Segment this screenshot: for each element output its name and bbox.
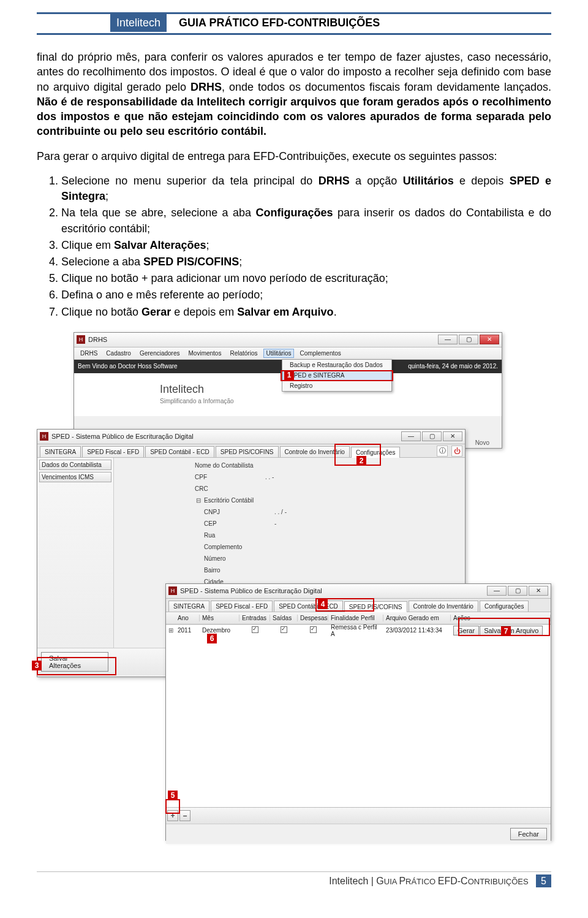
field-cep-label: CEP bbox=[204, 520, 274, 527]
menu-drhs[interactable]: DRHS bbox=[78, 349, 100, 358]
step-5: Clique no botão + para adicionar um novo… bbox=[61, 271, 551, 286]
maximize-button[interactable]: ▢ bbox=[459, 335, 478, 344]
steps-list: Selecione no menu superior da tela princ… bbox=[61, 173, 551, 320]
novo-label: Novo bbox=[475, 439, 489, 446]
remove-period-button[interactable]: – bbox=[179, 810, 190, 821]
tab-sped-pis-cofins[interactable]: SPED PIS/COFINS bbox=[344, 601, 407, 612]
field-bairro-label: Bairro bbox=[204, 567, 274, 574]
p1-text-b: , onde todos os documentos fiscais foram… bbox=[222, 81, 551, 93]
col-ano: Ano bbox=[175, 615, 200, 621]
field-escritorio-header: Escritório Contábil bbox=[204, 497, 274, 504]
screenshots-composite: H DRHS — ▢ ✕ DRHS Cadastro Gerenciadores… bbox=[37, 332, 551, 847]
help-icon[interactable]: ⓘ bbox=[437, 446, 448, 457]
sped-pc-footer-toolbar: + – bbox=[166, 807, 551, 824]
close-button[interactable]: ✕ bbox=[529, 586, 548, 596]
sped-piscofins-window: H SPED - Sistema Público de Escrituração… bbox=[165, 583, 551, 841]
cell-despesas-checkbox[interactable] bbox=[310, 626, 317, 633]
tab-sped-contabil[interactable]: SPED Contábil - ECD bbox=[274, 601, 343, 612]
salvar-alteracoes-button[interactable]: Salvar Alterações bbox=[41, 652, 108, 672]
tab-sped-contabil[interactable]: SPED Contábil - ECD bbox=[145, 446, 214, 457]
menu-complementos[interactable]: Complementos bbox=[298, 349, 344, 358]
menu-movimentos[interactable]: Movimentos bbox=[186, 349, 224, 358]
sped-pc-titlebar: H SPED - Sistema Público de Escrituração… bbox=[166, 584, 551, 599]
sped-pc-grid-header: Ano Mês Entradas Saídas Despesas Finalid… bbox=[166, 612, 551, 624]
step-1: Selecione no menu superior da tela princ… bbox=[61, 173, 551, 204]
p1-bold: Não é de responsabilidade da Intelitech … bbox=[37, 96, 551, 138]
tab-configuracoes[interactable]: Configurações bbox=[480, 601, 529, 612]
dd-sped-sintegra[interactable]: SPED e SINTEGRA bbox=[282, 370, 391, 381]
maximize-button[interactable]: ▢ bbox=[422, 431, 442, 441]
tree-collapse-icon[interactable]: ⊟ bbox=[195, 497, 202, 504]
field-numero-label: Número bbox=[204, 555, 274, 562]
body-paragraph-2: Para gerar o arquivo digital de entrega … bbox=[37, 149, 551, 164]
sped-cfg-titlebar: H SPED - Sistema Público de Escrituração… bbox=[37, 430, 465, 444]
tab-sped-fiscal[interactable]: SPED Fiscal - EFD bbox=[211, 601, 273, 612]
field-cnpj-label: CNPJ bbox=[204, 509, 274, 515]
step-2: Na tela que se abre, selecione a aba Con… bbox=[61, 205, 551, 236]
sped-pc-title: SPED - Sistema Público de Escrituração D… bbox=[180, 587, 487, 594]
dd-registro[interactable]: Registro bbox=[282, 381, 391, 391]
cell-mes: Dezembro bbox=[200, 627, 239, 634]
close-button[interactable]: ✕ bbox=[443, 431, 462, 441]
col-finalidade: Finalidade Perfil bbox=[328, 615, 383, 621]
minimize-button[interactable]: — bbox=[438, 335, 458, 344]
sped-pc-grid-body: ⊞ 2011 Dezembro Remessa c Perfil A 23/03… bbox=[166, 624, 551, 807]
drhs-window-title: DRHS bbox=[88, 336, 438, 343]
menu-cadastro[interactable]: Cadastro bbox=[104, 349, 134, 358]
callout-7: 7 bbox=[501, 626, 511, 636]
footer-brand: Intelitech | G bbox=[329, 876, 384, 886]
step-6: Defina o ano e mês referente ao período; bbox=[61, 287, 551, 303]
cell-saidas-checkbox[interactable] bbox=[281, 626, 287, 633]
minimize-button[interactable]: — bbox=[487, 586, 507, 596]
col-saidas: Saídas bbox=[270, 615, 298, 621]
callout-6: 6 bbox=[207, 634, 217, 643]
tab-controle-inventario[interactable]: Controle do Inventário bbox=[409, 601, 478, 612]
drhs-menubar: DRHS Cadastro Gerenciadores Movimentos R… bbox=[74, 347, 502, 360]
header-badge: Intelitech bbox=[110, 14, 167, 32]
col-mes: Mês bbox=[200, 615, 239, 621]
tab-sintegra[interactable]: SINTEGRA bbox=[40, 446, 81, 457]
callout-1: 1 bbox=[284, 370, 294, 380]
col-despesas: Despesas bbox=[298, 615, 328, 621]
brand-tagline: Simplificando a Informação bbox=[160, 398, 496, 404]
maximize-button[interactable]: ▢ bbox=[508, 586, 527, 596]
menu-utilitarios[interactable]: Utilitários bbox=[263, 349, 293, 358]
field-cnpj-value[interactable]: . . / - bbox=[274, 509, 287, 515]
salvar-em-arquivo-button[interactable]: Salvar em Arquivo bbox=[480, 626, 543, 635]
field-compl-label: Complemento bbox=[204, 544, 274, 550]
callout-4: 4 bbox=[318, 599, 328, 609]
expand-icon[interactable]: ⊞ bbox=[168, 627, 173, 634]
dd-backup[interactable]: Backup e Restauração dos Dados bbox=[282, 360, 391, 370]
col-entradas: Entradas bbox=[239, 615, 270, 621]
page-footer: Intelitech | GUIA PRÁTICO EFD-CONTRIBUIÇ… bbox=[37, 871, 551, 887]
app-icon: H bbox=[77, 335, 85, 344]
tab-sped-pis-cofins[interactable]: SPED PIS/COFINS bbox=[216, 446, 279, 457]
step-7: Clique no botão Gerar e depois em Salvar… bbox=[61, 305, 551, 320]
minimize-button[interactable]: — bbox=[401, 431, 421, 441]
tab-sintegra[interactable]: SINTEGRA bbox=[168, 601, 209, 612]
power-icon[interactable]: ⏻ bbox=[451, 446, 462, 457]
tab-sped-fiscal[interactable]: SPED Fiscal - EFD bbox=[82, 446, 144, 457]
cell-ano: 2011 bbox=[175, 627, 200, 634]
step-3: Clique em Salvar Alterações; bbox=[61, 238, 551, 253]
field-rua-label: Rua bbox=[204, 532, 274, 539]
utilitarios-dropdown: Backup e Restauração dos Dados SPED e SI… bbox=[282, 359, 392, 392]
field-cep-value[interactable]: - bbox=[274, 520, 276, 527]
status-date: quinta-feira, 24 de maio de 2012. bbox=[408, 363, 498, 370]
menu-gerenciadores[interactable]: Gerenciadores bbox=[137, 349, 183, 358]
col-arquivo-gerado: Arquivo Gerado em bbox=[383, 615, 451, 621]
gerar-button[interactable]: Gerar bbox=[453, 626, 479, 635]
callout-3: 3 bbox=[32, 661, 42, 670]
field-cpf-value[interactable]: . . - bbox=[265, 474, 274, 480]
close-button[interactable]: ✕ bbox=[480, 335, 499, 344]
side-vencimentos-icms[interactable]: Vencimentos ICMS bbox=[39, 472, 111, 482]
grid-row[interactable]: ⊞ 2011 Dezembro Remessa c Perfil A 23/03… bbox=[166, 625, 551, 636]
tab-controle-inventario[interactable]: Controle do Inventário bbox=[280, 446, 350, 457]
sped-cfg-tabbar: SINTEGRA SPED Fiscal - EFD SPED Contábil… bbox=[37, 444, 465, 458]
side-dados-contabilista[interactable]: Dados do Contabilista bbox=[39, 460, 111, 470]
fechar-button[interactable]: Fechar bbox=[510, 828, 547, 840]
cell-entradas-checkbox[interactable] bbox=[252, 626, 258, 633]
menu-relatorios[interactable]: Relatórios bbox=[227, 349, 260, 358]
add-period-button[interactable]: + bbox=[167, 810, 178, 821]
field-cpf-label: CPF bbox=[195, 474, 265, 480]
